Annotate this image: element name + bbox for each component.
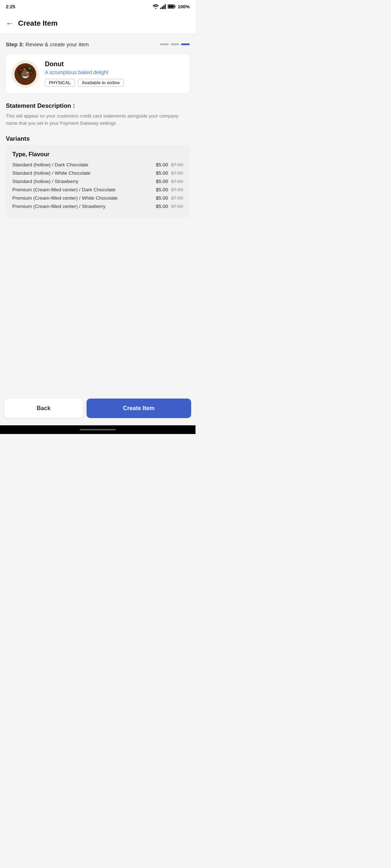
variant-prices-6: $5.00 $7.00 [156, 204, 183, 209]
variant-label-3: Standard (hollow) / Strawberry [12, 179, 154, 184]
variant-label-1: Standard (hollow) / Dark Chocolate [12, 162, 154, 167]
wifi-icon [152, 4, 159, 9]
svg-rect-0 [160, 8, 161, 9]
price-current: $5.00 [156, 170, 168, 176]
step-dot-2 [171, 43, 179, 45]
badge-physical: PHYSICAL [45, 79, 75, 87]
variant-prices-4: $5.00 $7.00 [156, 187, 183, 192]
price-current: $5.00 [156, 195, 168, 201]
status-icons [152, 4, 176, 9]
statement-section: Statement Description : This will appear… [6, 102, 190, 127]
variants-type-label: Type, Flavour [12, 151, 183, 158]
variant-label-4: Premium (Cream-filled center) / Dark Cho… [12, 187, 154, 192]
table-row: Premium (Cream-filled center) / Strawber… [12, 204, 183, 209]
donut-svg [13, 61, 38, 87]
variant-label-2: Standard (hollow) / White Chocolate [12, 170, 154, 176]
nav-bar [0, 425, 196, 434]
svg-rect-1 [162, 7, 163, 9]
step-description: Review & create your item [25, 41, 89, 47]
price-original: $7.00 [171, 179, 183, 184]
create-item-button[interactable]: Create Item [87, 399, 191, 418]
variant-label-5: Premium (Cream-filled center) / White Ch… [12, 195, 154, 201]
signal-icon [160, 4, 166, 9]
price-current: $5.00 [156, 204, 168, 209]
svg-point-9 [17, 67, 33, 77]
item-name: Donut [45, 60, 184, 68]
step-header: Step 3: Review & create your item [6, 41, 190, 47]
item-info: Donut A scrumptious baked delight PHYSIC… [45, 60, 184, 87]
step-text: Step 3: Review & create your item [6, 41, 89, 47]
statement-description: This will appear on your customers credi… [6, 112, 190, 127]
battery-text: 100% [178, 4, 190, 9]
price-current: $5.00 [156, 179, 168, 184]
back-button[interactable]: Back [4, 399, 83, 418]
variant-prices-5: $5.00 $7.00 [156, 195, 183, 201]
step-number: Step 3: [6, 41, 24, 47]
variants-card: Type, Flavour Standard (hollow) / Dark C… [6, 145, 190, 218]
table-row: Premium (Cream-filled center) / White Ch… [12, 195, 183, 201]
price-original: $7.00 [171, 204, 183, 209]
item-card: Donut A scrumptious baked delight PHYSIC… [6, 55, 190, 94]
table-row: Standard (hollow) / Strawberry $5.00 $7.… [12, 179, 183, 184]
price-original: $7.00 [171, 195, 183, 201]
svg-rect-3 [165, 4, 166, 9]
status-right: 100% [152, 4, 190, 9]
bottom-bar: Back Create Item [0, 395, 196, 425]
price-original: $7.00 [171, 162, 183, 167]
table-row: Premium (Cream-filled center) / Dark Cho… [12, 187, 183, 192]
variant-label-6: Premium (Cream-filled center) / Strawber… [12, 204, 154, 209]
battery-icon [168, 4, 176, 9]
status-time: 2:25 [6, 4, 15, 9]
price-original: $7.00 [171, 170, 183, 176]
nav-pill [80, 429, 116, 430]
step-indicators [160, 43, 190, 45]
svg-rect-5 [175, 6, 175, 8]
step-dot-1 [160, 43, 169, 45]
item-image [12, 60, 39, 88]
step-dot-3 [181, 43, 190, 45]
variants-title: Variants [6, 135, 190, 142]
table-row: Standard (hollow) / White Chocolate $5.0… [12, 170, 183, 176]
svg-rect-2 [163, 5, 164, 9]
variant-prices-2: $5.00 $7.00 [156, 170, 183, 176]
top-bar: ← Create Item [0, 13, 196, 34]
price-current: $5.00 [156, 187, 168, 192]
back-button[interactable]: ← [6, 20, 14, 27]
svg-rect-6 [168, 5, 174, 8]
table-row: Standard (hollow) / Dark Chocolate $5.00… [12, 162, 183, 167]
variant-prices-1: $5.00 $7.00 [156, 162, 183, 167]
item-description: A scrumptious baked delight [45, 69, 184, 75]
price-current: $5.00 [156, 162, 168, 167]
statement-title: Statement Description : [6, 102, 190, 110]
status-bar: 2:25 100% [0, 0, 196, 13]
badge-online: Available in online [78, 79, 124, 87]
main-content: Step 3: Review & create your item [0, 34, 196, 395]
price-original: $7.00 [171, 187, 183, 192]
page-title: Create Item [18, 19, 58, 27]
variant-prices-3: $5.00 $7.00 [156, 179, 183, 184]
item-badges: PHYSICAL Available in online [45, 79, 184, 87]
variants-section: Variants Type, Flavour Standard (hollow)… [6, 135, 190, 218]
